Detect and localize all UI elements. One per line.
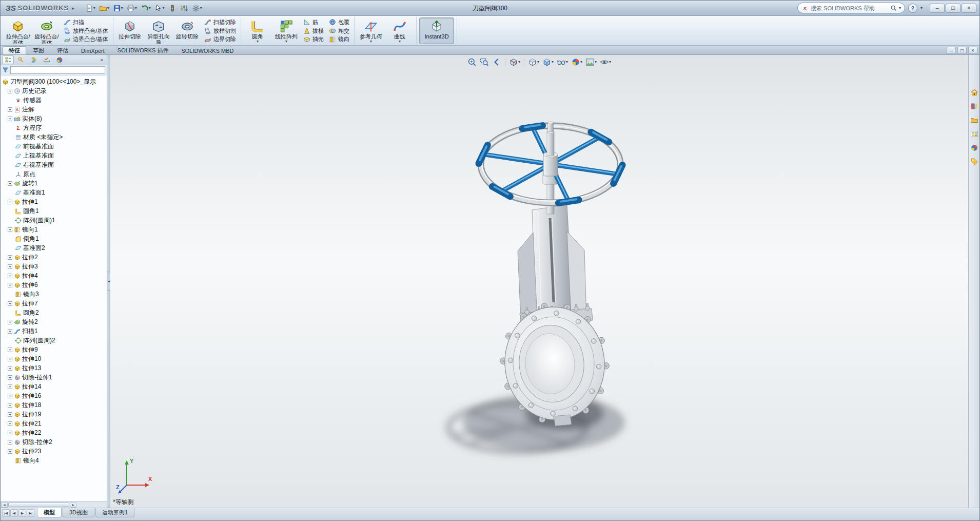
select-button[interactable]: ▾ [153, 3, 166, 13]
restore-document-button[interactable]: □ [957, 47, 967, 54]
expand-toggle[interactable]: + [8, 375, 12, 380]
boundary-cut-button[interactable]: 边界切除 [202, 35, 238, 44]
tree-item[interactable]: 基准面1 [1, 188, 107, 197]
mirror-button[interactable]: 镜向 [327, 35, 351, 44]
expand-toggle[interactable]: + [8, 283, 12, 287]
tree-item[interactable]: +拉伸3 [1, 262, 107, 271]
revolved-boss-base-button[interactable]: 旋转凸台/基体 [33, 17, 61, 44]
help-dropdown-icon[interactable]: ▾ [920, 6, 923, 10]
tree-item[interactable]: +切除-拉伸1 [1, 373, 107, 382]
expand-toggle[interactable]: + [8, 421, 12, 426]
swept-cut-button[interactable]: 扫描切除 [202, 18, 238, 27]
tree-item[interactable]: 圆角1 [1, 206, 107, 216]
custom-properties-button[interactable] [970, 157, 979, 166]
tree-item[interactable]: 阵列(圆周)2 [1, 336, 107, 345]
file-explorer-button[interactable] [970, 115, 979, 125]
document-tab-2[interactable]: 3D视图 [63, 508, 94, 517]
tree-item[interactable]: +拉伸18 [1, 400, 107, 410]
apply-scene-button[interactable]: ▾ [584, 56, 598, 68]
tree-item[interactable]: 原点 [1, 169, 107, 179]
tree-item[interactable]: +拉伸23 [1, 447, 107, 456]
zoom-to-fit-button[interactable] [466, 56, 478, 68]
new-document-button[interactable]: ▾ [84, 3, 97, 13]
expand-toggle[interactable]: + [8, 394, 12, 398]
expand-toggle[interactable]: + [8, 384, 12, 389]
search-icon[interactable] [890, 5, 897, 11]
tree-item[interactable]: 材质 <未指定> [1, 132, 107, 142]
ribbon-tab-4[interactable]: DimXpert [75, 46, 111, 54]
menu-expand-icon[interactable]: ▸ [71, 5, 75, 12]
expand-toggle[interactable]: + [8, 274, 12, 278]
previous-view-button[interactable] [491, 56, 502, 68]
first-tab-button[interactable]: |◀ [2, 509, 10, 517]
tree-item[interactable]: Σ方程序 [1, 123, 107, 132]
ribbon-tab-6[interactable]: SOLIDWORKS MBD [175, 46, 240, 54]
expand-toggle[interactable]: + [8, 264, 12, 269]
minimize-document-button[interactable]: – [947, 47, 956, 54]
zoom-to-area-button[interactable] [479, 56, 490, 68]
file-properties-button[interactable] [179, 3, 190, 13]
solidworks-resources-button[interactable] [970, 88, 979, 97]
expand-toggle[interactable]: + [8, 227, 12, 232]
expand-toggle[interactable]: + [8, 440, 12, 445]
tree-item[interactable]: +扫描1 [1, 326, 107, 336]
rebuild-button[interactable] [167, 3, 178, 13]
close-document-button[interactable]: × [968, 47, 977, 54]
ribbon-tab-2[interactable]: 草图 [27, 46, 50, 54]
tree-item[interactable]: +拉伸19 [1, 410, 107, 419]
tree-item[interactable]: +拉伸22 [1, 428, 107, 437]
intersect-button[interactable]: 相交 [327, 27, 351, 35]
tree-item[interactable]: +A注解 [1, 105, 107, 114]
scroll-left-icon[interactable]: ◂ [1, 502, 8, 508]
boundary-boss-base-button[interactable]: 边界凸台/基体 [62, 35, 110, 44]
search-input[interactable] [811, 5, 888, 11]
tree-item[interactable]: +实体(8) [1, 114, 107, 123]
display-style-button[interactable]: ▾ [541, 56, 555, 68]
design-library-button[interactable] [970, 102, 979, 111]
document-tab-3[interactable]: 运动算例1 [95, 508, 134, 517]
expand-toggle[interactable]: + [8, 107, 12, 112]
configurationmanager-tab[interactable] [28, 55, 40, 64]
tree-item[interactable]: 前视基准面 [1, 142, 107, 151]
open-document-button[interactable]: ▾ [97, 3, 111, 13]
undo-button[interactable]: ▾ [139, 3, 152, 13]
tree-filter-input[interactable] [10, 66, 105, 74]
expand-toggle[interactable]: + [8, 366, 12, 371]
fillet-button[interactable]: 圆角▾ [244, 17, 271, 44]
tree-item[interactable]: 上视基准面 [1, 151, 107, 160]
linear-pattern-button[interactable]: 线性阵列▾ [272, 17, 300, 44]
swept-boss-base-button[interactable]: 扫描 [62, 18, 110, 27]
tree-item[interactable]: +镜向1 [1, 225, 107, 234]
extruded-cut-button[interactable]: 拉伸切除 [116, 17, 144, 44]
expand-toggle[interactable]: + [8, 348, 12, 352]
tree-item[interactable]: +拉伸6 [1, 280, 107, 290]
search-dropdown-icon[interactable]: ▾ [899, 6, 901, 10]
instant3d-button[interactable]: Instant3D [419, 17, 454, 44]
reference-geometry-button[interactable]: 参考几何体▾ [357, 17, 385, 44]
next-tab-button[interactable]: ▶ [18, 509, 26, 517]
tree-item[interactable]: 镜向3 [1, 290, 107, 299]
shell-button[interactable]: 抽壳 [301, 35, 326, 44]
propertymanager-tab[interactable] [15, 55, 27, 64]
tree-item[interactable]: 阵列(圆周)1 [1, 216, 107, 225]
expand-toggle[interactable]: + [8, 431, 12, 435]
expand-toggle[interactable]: + [8, 117, 12, 121]
tree-item[interactable]: +拉伸4 [1, 271, 107, 280]
dimxpertmanager-tab[interactable] [41, 55, 52, 64]
tree-item[interactable]: +拉伸10 [1, 354, 107, 363]
tree-item[interactable]: +拉伸21 [1, 419, 107, 428]
close-window-button[interactable]: × [962, 4, 976, 13]
view-palette-button[interactable] [970, 129, 979, 139]
tree-item[interactable]: +拉伸13 [1, 363, 107, 373]
lofted-cut-button[interactable]: 放样切割 [202, 27, 238, 35]
maximize-window-button[interactable]: □ [946, 4, 961, 13]
section-view-button[interactable]: ▾ [508, 56, 521, 68]
hide-show-items-button[interactable]: ▾ [556, 56, 569, 68]
print-button[interactable]: ▾ [125, 3, 139, 13]
displaymanager-tab[interactable] [53, 55, 65, 64]
expand-toggle[interactable]: + [8, 301, 12, 306]
tree-item[interactable]: +旋转2 [1, 317, 107, 326]
featuremanager-design-tree-tab[interactable] [2, 55, 14, 64]
document-tab-1[interactable]: 模型 [37, 508, 62, 517]
curves-button[interactable]: 曲线▾ [386, 17, 414, 44]
